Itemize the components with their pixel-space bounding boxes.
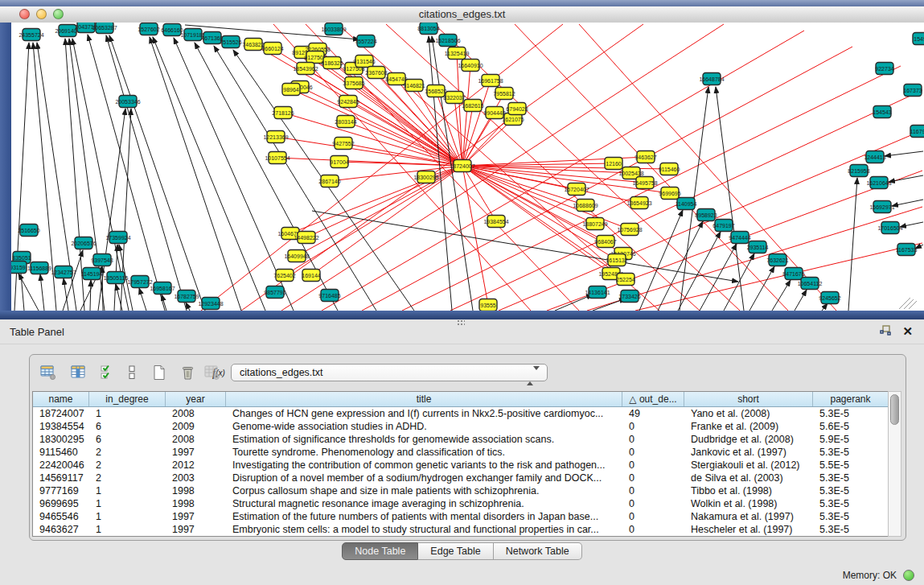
graph-node[interactable]: 9397548 — [91, 254, 113, 266]
graph-node[interactable]: 24355724 — [18, 29, 43, 41]
graph-node[interactable]: 9699695 — [659, 187, 680, 200]
graph-node[interactable]: 14498222 — [294, 232, 318, 244]
graph-node[interactable]: 14136141 — [585, 286, 610, 299]
zoom-window-button[interactable] — [53, 9, 64, 19]
graph-node[interactable]: 9242845 — [337, 96, 359, 108]
vertical-scrollbar[interactable] — [888, 391, 901, 537]
graph-node[interactable]: 9660124 — [261, 43, 283, 55]
column-header-year[interactable]: year — [166, 392, 226, 406]
table-row[interactable]: 1872400712008Changes of HCN gene express… — [33, 407, 889, 420]
graph-node[interactable]: 7625402 — [273, 270, 295, 282]
graph-node[interactable]: 116794 — [910, 126, 924, 138]
graph-node[interactable]: 2867140 — [318, 175, 340, 187]
graph-node[interactable]: 2935114 — [747, 241, 769, 253]
close-window-button[interactable] — [19, 9, 30, 19]
column-header-out_de[interactable]: △ out_de... — [622, 392, 684, 406]
graph-node[interactable]: 16961758 — [478, 75, 503, 87]
graph-node[interactable]: 10688609 — [573, 200, 598, 212]
graph-node[interactable]: 15720407 — [564, 183, 589, 196]
column-header-pagerank[interactable]: pagerank — [813, 392, 889, 406]
column-header-title[interactable]: title — [226, 392, 622, 406]
graph-node[interactable]: 169144 — [302, 270, 320, 282]
graph-node[interactable]: 8322037 — [443, 92, 465, 104]
graph-node[interactable]: 13505115 — [104, 272, 129, 284]
graph-node[interactable]: 7515526 — [220, 36, 241, 48]
graph-node[interactable]: 93555 — [479, 299, 497, 311]
graph-node[interactable]: 1145194 — [81, 268, 103, 280]
scrollbar-thumb[interactable] — [890, 394, 899, 425]
graph-node[interactable]: 9463627 — [634, 151, 656, 163]
graph-node[interactable]: 16640910 — [458, 60, 483, 72]
graph-node[interactable]: 9716485 — [318, 290, 340, 302]
graph-node[interactable]: 917004 — [330, 156, 348, 168]
graph-node[interactable]: 15218506 — [435, 35, 460, 47]
graph-node[interactable]: 10107554 — [265, 152, 290, 164]
graph-node[interactable]: 8215958 — [848, 165, 869, 177]
graph-node[interactable]: 15498 — [913, 33, 924, 45]
graph-node[interactable]: 11325419 — [445, 47, 470, 60]
graph-node[interactable]: 16409948 — [284, 250, 309, 262]
graph-node[interactable]: 12923448 — [198, 298, 223, 310]
graph-node[interactable]: 1244413 — [864, 151, 885, 163]
graph-node[interactable]: 6794028 — [506, 103, 528, 115]
table-selector-dropdown[interactable]: citations_edges.txt — [231, 364, 548, 381]
graph-node[interactable]: 1733426 — [618, 290, 640, 303]
graph-node[interactable]: 16782759 — [174, 290, 199, 303]
graph-node[interactable]: 8186325 — [321, 57, 343, 69]
select-rows-icon[interactable] — [97, 363, 118, 382]
show-columns-icon[interactable] — [68, 363, 89, 382]
tab-node-table[interactable]: Node Table — [342, 542, 418, 560]
graph-node[interactable]: 8813054 — [417, 23, 439, 35]
new-table-icon[interactable] — [149, 363, 170, 382]
graph-node[interactable]: 9146821 — [403, 80, 425, 92]
graph-node[interactable]: 17359924 — [105, 232, 130, 244]
graph-node[interactable]: 9684067 — [594, 236, 616, 248]
graph-node[interactable]: 16210643 — [866, 177, 891, 189]
graph-node[interactable]: 2367608 — [365, 67, 387, 79]
graph-node[interactable]: 7632621 — [766, 254, 788, 266]
graph-node[interactable]: 1167533 — [896, 244, 918, 256]
graph-node[interactable]: 19384554 — [483, 216, 508, 228]
graph-node[interactable]: 9857791 — [264, 286, 285, 299]
graph-node[interactable]: 9427552 — [332, 138, 354, 150]
graph-node[interactable]: 10654112 — [798, 278, 823, 290]
graph-node[interactable]: 1527602 — [138, 23, 159, 35]
table-row[interactable]: 946554611997Estimation of the future num… — [33, 510, 889, 523]
graph-node[interactable]: 10756928 — [617, 224, 642, 236]
table-row[interactable]: 969969511998Structural magnetic resonanc… — [33, 497, 889, 510]
close-panel-icon[interactable]: ✕ — [902, 325, 913, 338]
tab-edge-table[interactable]: Edge Table — [418, 542, 493, 560]
graph-node[interactable]: 18543962 — [293, 63, 318, 75]
graph-node[interactable]: 16033809 — [321, 23, 346, 35]
graph-node[interactable]: 9474444 — [729, 232, 750, 244]
graph-node[interactable]: 1682615 — [462, 100, 483, 112]
graph-node[interactable]: 2803144 — [335, 116, 356, 128]
graph-node[interactable]: 18300295 — [413, 171, 438, 183]
graph-node[interactable]: 154543 — [873, 106, 891, 118]
column-header-short[interactable]: short — [684, 392, 813, 406]
resize-grip-icon[interactable] — [904, 299, 914, 309]
graph-node[interactable]: 16648784 — [699, 73, 724, 85]
graph-node[interactable]: 2516650 — [18, 225, 39, 237]
graph-node[interactable]: 9131546 — [353, 56, 375, 68]
delete-rows-icon[interactable] — [177, 363, 198, 382]
table-row[interactable]: 1938455462009Genome-wide association stu… — [33, 420, 889, 433]
column-header-name[interactable]: name — [33, 392, 89, 406]
graph-node[interactable]: 13654923 — [626, 197, 651, 209]
graph-node[interactable]: 7557224 — [355, 35, 376, 47]
table-row[interactable]: 946362711997Embryonic stem cells: a mode… — [33, 523, 889, 536]
row-height-icon[interactable] — [121, 363, 142, 382]
graph-node[interactable]: 16495758 — [632, 177, 657, 189]
column-header-in_degree[interactable]: in_degree — [89, 392, 166, 406]
graph-node[interactable]: 15692971 — [869, 201, 894, 213]
minimize-window-button[interactable] — [36, 9, 47, 19]
graph-node[interactable]: 18724007 — [450, 160, 474, 172]
graph-node[interactable]: 93159 — [9, 262, 27, 274]
graph-node[interactable]: 252254 — [616, 274, 634, 286]
graph-node[interactable]: 1140954 — [676, 198, 697, 210]
graph-node[interactable]: 18807249 — [582, 218, 607, 230]
float-panel-icon[interactable] — [880, 324, 891, 339]
table-row[interactable]: 2242004622012Investigating the contribut… — [33, 459, 889, 472]
graph-node[interactable]: 16958167 — [150, 282, 175, 295]
network-canvas[interactable]: 2435572420691406204371910653287152760264… — [0, 23, 924, 311]
